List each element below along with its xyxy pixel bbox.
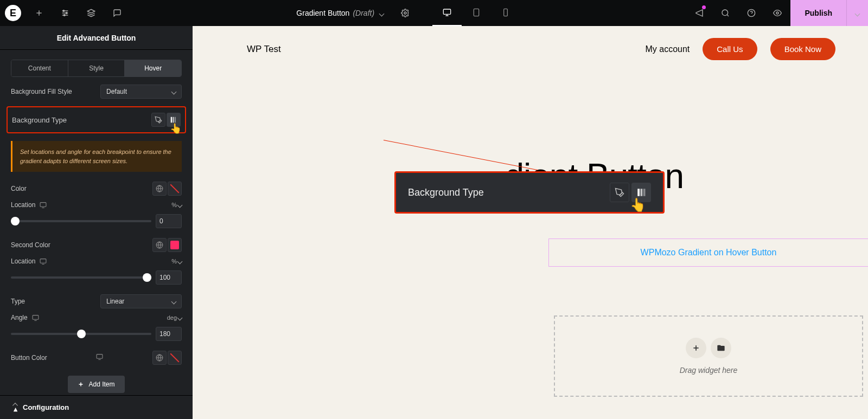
svg-rect-43 <box>643 189 646 196</box>
tab-style[interactable]: Style <box>68 60 125 76</box>
cursor-hand-icon: 👆 <box>170 123 182 134</box>
angle-input[interactable] <box>156 327 182 341</box>
document-title: Gradient Button <box>296 9 349 17</box>
bg-type-classic[interactable] <box>151 113 165 127</box>
angle-slider[interactable] <box>11 333 151 335</box>
publish-button[interactable]: Publish <box>790 0 846 26</box>
cta-call[interactable]: Call Us <box>703 38 757 60</box>
layers-icon[interactable] <box>78 0 104 26</box>
add-item-label: Add Item <box>88 381 114 388</box>
button-color-label: Button Color <box>11 354 47 362</box>
nav-account[interactable]: My account <box>645 44 690 54</box>
svg-rect-15 <box>504 9 508 16</box>
svg-point-21 <box>776 12 778 14</box>
comments-icon[interactable] <box>104 0 130 26</box>
svg-rect-41 <box>637 189 640 196</box>
add-item-button[interactable]: Add Item <box>68 376 124 393</box>
svg-point-17 <box>722 10 728 16</box>
device-icon[interactable] <box>32 314 39 321</box>
preview-icon[interactable] <box>764 0 790 26</box>
editor-sidebar: Edit Advanced Button Content Style Hover… <box>0 26 193 419</box>
announcement-icon[interactable] <box>686 0 712 26</box>
location1-unit[interactable]: % <box>171 202 182 208</box>
callout-bg-classic[interactable] <box>610 183 629 202</box>
device-icon[interactable] <box>96 353 103 360</box>
svg-rect-42 <box>641 189 643 196</box>
location1-input[interactable] <box>156 214 182 228</box>
tab-hover[interactable]: Hover <box>125 60 181 76</box>
gradient-hint: Set locations and angle for each breakpo… <box>11 141 182 172</box>
configuration-section[interactable]: ▸ Configuration <box>0 395 193 419</box>
topbar-right: Publish <box>686 0 868 26</box>
bg-type-label: Background Type <box>12 116 67 124</box>
color-picker[interactable] <box>168 182 182 196</box>
panel-tabs: Content Style Hover <box>11 60 182 77</box>
angle-label: Angle <box>11 314 28 321</box>
angle-unit[interactable]: deg <box>167 314 182 321</box>
device-desktop[interactable] <box>432 0 462 26</box>
svg-point-7 <box>63 15 65 16</box>
gear-icon[interactable] <box>392 0 418 26</box>
button-color-global[interactable] <box>152 351 167 365</box>
second-color-label: Second Color <box>11 241 50 249</box>
device-mobile[interactable] <box>491 0 520 26</box>
svg-rect-31 <box>40 259 46 263</box>
drop-add-icon[interactable] <box>686 338 706 358</box>
svg-point-6 <box>66 12 67 14</box>
device-icon[interactable] <box>40 202 47 209</box>
panel-title: Edit Advanced Button <box>0 26 193 50</box>
site-name: WP Test <box>247 44 281 55</box>
svg-rect-24 <box>175 117 176 123</box>
tab-content[interactable]: Content <box>11 60 68 76</box>
chevron-down-icon <box>172 88 176 95</box>
location2-unit[interactable]: % <box>171 258 182 265</box>
svg-rect-27 <box>40 202 46 207</box>
location1-slider[interactable] <box>11 220 151 222</box>
callout-label: Background Type <box>408 187 484 198</box>
button-color-picker[interactable] <box>168 351 182 365</box>
location2-label: Location <box>11 257 35 265</box>
second-color-picker[interactable] <box>168 238 182 252</box>
svg-rect-33 <box>33 315 39 319</box>
svg-rect-35 <box>97 354 103 359</box>
callout-bg-type: Background Type <box>394 171 665 214</box>
site-nav: My account Call Us Book Now <box>645 38 835 60</box>
responsive-devices <box>432 0 520 26</box>
svg-marker-8 <box>87 9 94 13</box>
svg-rect-13 <box>474 9 478 16</box>
help-icon[interactable] <box>738 0 764 26</box>
preview-canvas: WP Test My account Call Us Book Now dien… <box>193 26 868 419</box>
bg-type-highlight: Background Type 👆 <box>7 106 186 133</box>
topbar-center: Gradient Button (Draft) <box>130 0 686 26</box>
demo-gradient-button[interactable]: WPMozo Gradient on Hover Button <box>548 238 868 267</box>
drop-folder-icon[interactable] <box>711 338 731 358</box>
bg-fill-style-label: Background Fill Style <box>11 88 72 95</box>
add-icon[interactable] <box>26 0 52 26</box>
settings-icon[interactable] <box>52 0 78 26</box>
svg-rect-22 <box>171 117 172 123</box>
bg-fill-style-select[interactable]: Default <box>100 85 182 99</box>
callout-connector <box>384 140 538 170</box>
elementor-logo[interactable]: E <box>0 0 26 26</box>
device-tablet[interactable] <box>462 0 491 26</box>
location2-input[interactable] <box>156 270 182 285</box>
color-label: Color <box>11 185 27 192</box>
location1-label: Location <box>11 201 35 209</box>
location2-slider[interactable] <box>11 276 151 279</box>
svg-line-18 <box>727 15 729 16</box>
cta-book[interactable]: Book Now <box>770 38 835 60</box>
color-global[interactable] <box>152 182 167 196</box>
publish-options[interactable] <box>846 0 868 26</box>
bg-fill-style-value: Default <box>106 88 127 95</box>
chevron-down-icon[interactable] <box>380 9 384 17</box>
device-icon[interactable] <box>40 258 47 265</box>
svg-point-9 <box>404 12 406 14</box>
drop-zone[interactable]: Drag widget here <box>554 315 863 397</box>
search-icon[interactable] <box>712 0 738 26</box>
gradient-type-select[interactable]: Linear <box>100 294 182 308</box>
svg-rect-23 <box>173 117 174 123</box>
topbar: E Gradient Button (Draft) Publish <box>0 0 868 26</box>
configuration-label: Configuration <box>23 403 69 411</box>
second-color-global[interactable] <box>152 238 167 252</box>
topbar-left: E <box>0 0 130 26</box>
